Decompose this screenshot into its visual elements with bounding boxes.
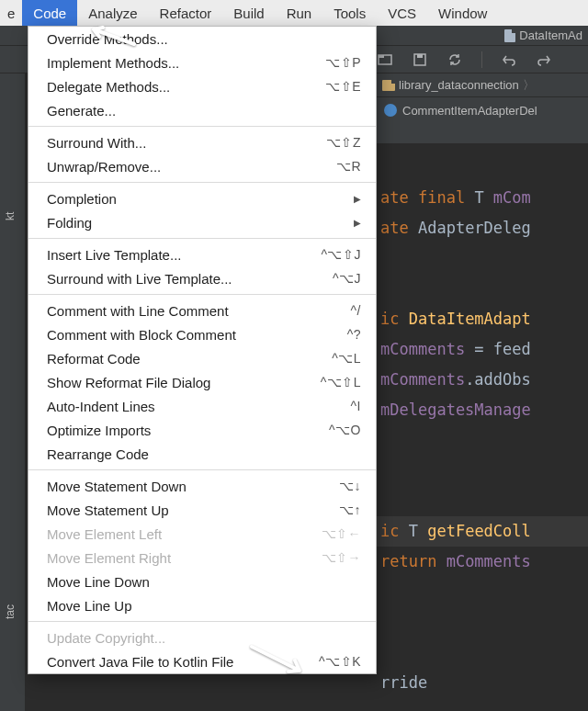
code-line[interactable] [377, 274, 588, 304]
menu-item-shortcut: ^⌥⇧J [321, 247, 361, 262]
code-line[interactable]: ic T getFeedColl [377, 516, 588, 547]
gutter-label-tac[interactable]: tac [4, 594, 17, 619]
code-line[interactable] [377, 456, 588, 486]
save-all-icon[interactable] [412, 51, 428, 68]
menu-item-label: Comment with Block Comment [47, 327, 236, 343]
menu-item-shortcut: ^? [347, 327, 361, 342]
menu-item-surround-with-live-template[interactable]: Surround with Live Template...^⌥J [28, 266, 376, 290]
svg-rect-3 [417, 54, 423, 58]
menu-item-label: Insert Live Template... [47, 247, 181, 263]
menubar-item-code[interactable]: Code [22, 0, 77, 26]
menu-item-label: Auto-Indent Lines [47, 399, 155, 414]
menu-item-optimize-imports[interactable]: Optimize Imports^⌥O [28, 418, 376, 442]
menu-item-insert-live-template[interactable]: Insert Live Template...^⌥⇧J [28, 243, 376, 266]
menu-item-label: Delegate Methods... [47, 79, 170, 95]
menu-item-label: Optimize Imports [47, 423, 151, 438]
menu-item-shortcut: ⌥⇧Z [326, 135, 361, 150]
menu-item-move-line-down[interactable]: Move Line Down [28, 570, 376, 593]
menu-item-shortcut: ⌥↓ [339, 479, 361, 493]
menu-item-move-element-left: Move Element Left⌥⇧← [28, 522, 376, 546]
code-line[interactable]: ate final T mCom [377, 183, 588, 213]
menu-item-update-copyright: Update Copyright... [28, 626, 376, 649]
menu-item-shortcut: ⌥⇧← [322, 526, 362, 541]
menu-item-label: Generate... [47, 103, 116, 118]
menu-item-label: Move Statement Down [47, 479, 187, 494]
menubar-item-refactor[interactable]: Refactor [149, 0, 223, 26]
code-line[interactable] [377, 243, 588, 274]
menu-item-auto-indent-lines[interactable]: Auto-Indent Lines^I [28, 394, 376, 418]
menu-item-shortcut: ^I [351, 399, 361, 413]
code-line[interactable] [377, 425, 588, 456]
menu-item-label: Implement Methods... [47, 55, 179, 71]
menu-item-label: Folding [47, 215, 92, 231]
menu-item-show-reformat-file-dialog[interactable]: Show Reformat File Dialog^⌥⇧L [28, 370, 376, 394]
menu-item-rearrange-code[interactable]: Rearrange Code [28, 442, 376, 466]
menubar-item-vcs[interactable]: VCS [377, 0, 427, 26]
menu-separator [28, 126, 376, 127]
menu-item-move-statement-down[interactable]: Move Statement Down⌥↓ [28, 474, 376, 498]
menu-separator [28, 294, 376, 295]
code-line[interactable]: mComments = feed [377, 334, 588, 365]
tab-title[interactable]: CommentItemAdapterDel [402, 104, 537, 118]
folder-icon [382, 80, 395, 91]
menu-item-label: Move Element Left [47, 526, 162, 542]
code-line[interactable]: return mComments [377, 547, 588, 577]
menu-item-shortcut: ⌥↑ [339, 502, 361, 517]
menu-item-shortcut: ^/ [351, 303, 361, 318]
redo-icon[interactable] [536, 51, 552, 68]
menubar[interactable]: e Code Analyze Refactor Build Run Tools … [0, 0, 588, 26]
menubar-item-analyze[interactable]: Analyze [77, 0, 148, 26]
menu-item-override-methods[interactable]: Override Methods... [28, 27, 376, 51]
menu-item-surround-with[interactable]: Surround With...⌥⇧Z [28, 130, 376, 154]
menubar-item-window[interactable]: Window [427, 0, 498, 26]
menu-item-label: Comment with Line Comment [47, 303, 229, 319]
sync-icon[interactable] [447, 51, 463, 68]
menu-item-label: Move Line Up [47, 598, 132, 614]
menubar-item-e[interactable]: e [0, 0, 22, 26]
java-file-icon [504, 29, 515, 42]
menu-item-completion[interactable]: Completion [28, 186, 376, 210]
menu-item-label: Surround With... [47, 135, 146, 151]
code-line[interactable] [377, 607, 588, 638]
menu-separator [28, 469, 376, 470]
code-line[interactable]: ic DataItemAdapt [377, 304, 588, 334]
menu-item-delegate-methods[interactable]: Delegate Methods...⌥⇧E [28, 74, 376, 98]
menu-item-shortcut: ^⌥O [329, 423, 361, 437]
breadcrumb-segment[interactable]: library_dataconnection [399, 78, 519, 92]
code-editor[interactable]: ate final T mComate AdapterDeleg ic Data… [377, 143, 588, 711]
menu-item-move-line-up[interactable]: Move Line Up [28, 593, 376, 617]
menu-item-label: Show Reformat File Dialog [47, 375, 210, 390]
undo-icon[interactable] [501, 51, 517, 68]
menu-item-generate[interactable]: Generate... [28, 98, 376, 122]
menu-item-reformat-code[interactable]: Reformat Code^⌥L [28, 346, 376, 370]
menu-item-unwrap-remove[interactable]: Unwrap/Remove...⌥R [28, 154, 376, 178]
menu-item-shortcut: ^⌥⇧L [321, 375, 361, 389]
breadcrumb[interactable]: library_dataconnection 〉 [377, 73, 588, 97]
menu-item-comment-with-line-comment[interactable]: Comment with Line Comment^/ [28, 299, 376, 322]
menubar-item-run[interactable]: Run [276, 0, 323, 26]
menu-item-convert-java-file-to-kotlin-file[interactable]: Convert Java File to Kotlin File^⌥⇧K [28, 649, 376, 673]
code-line[interactable] [377, 486, 588, 516]
code-menu-dropdown[interactable]: Override Methods...Implement Methods...⌥… [28, 26, 377, 674]
code-line[interactable]: mDelegatesManage [377, 395, 588, 425]
menu-item-folding[interactable]: Folding [28, 210, 376, 234]
code-line[interactable] [377, 152, 588, 183]
menu-item-move-statement-up[interactable]: Move Statement Up⌥↑ [28, 498, 376, 522]
code-line[interactable]: rride [377, 668, 588, 698]
menu-item-label: Update Copyright... [47, 630, 165, 646]
open-icon[interactable] [377, 51, 393, 68]
menu-item-shortcut: ^⌥J [333, 271, 361, 286]
menu-item-label: Move Line Down [47, 574, 150, 590]
open-file-label: DataItemAd [519, 28, 582, 42]
code-line[interactable]: ate AdapterDeleg [377, 213, 588, 243]
gutter-label-kt[interactable]: kt [4, 196, 17, 220]
menubar-item-tools[interactable]: Tools [322, 0, 377, 26]
menubar-item-build[interactable]: Build [222, 0, 275, 26]
menu-item-implement-methods[interactable]: Implement Methods...⌥⇧P [28, 51, 376, 74]
menu-item-shortcut: ⌥⇧P [325, 55, 361, 70]
code-line[interactable] [377, 577, 588, 607]
menu-item-shortcut: ⌥⇧→ [322, 550, 362, 565]
code-line[interactable] [377, 638, 588, 668]
code-line[interactable]: mComments.addObs [377, 365, 588, 395]
menu-item-comment-with-block-comment[interactable]: Comment with Block Comment^? [28, 322, 376, 346]
